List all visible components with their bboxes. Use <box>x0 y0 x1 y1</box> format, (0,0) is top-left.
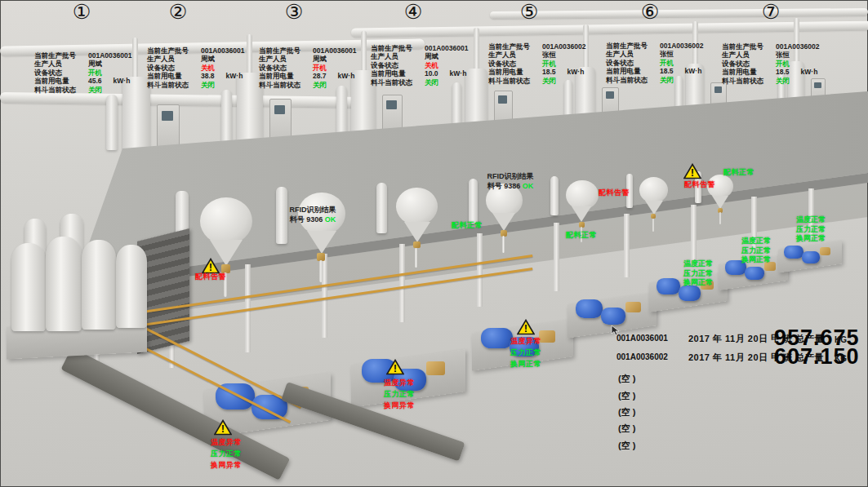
total-empty-slot: (空 ) <box>618 406 635 418</box>
station-2-power-unit: kW·h <box>226 72 243 80</box>
label-batch: 当前生产批号 <box>34 51 88 60</box>
batch-alarm-annotation: 配料告警 <box>195 271 226 282</box>
station-3-batch: 001A0036001 <box>313 46 356 55</box>
svg-text:!: ! <box>524 322 527 334</box>
hopper-sphere <box>566 180 599 210</box>
label-operator: 生产人员 <box>371 52 425 60</box>
station-5-panel[interactable]: 当前生产批号001A0036002 生产人员张恒 设备状态开机 当前用电量18.… <box>488 42 625 85</box>
rfid-result-annotation: RFID识别结果 料号 9306 OK <box>290 206 336 224</box>
station-3-device-status: 开机 <box>313 64 327 72</box>
feed-column <box>564 80 572 120</box>
gearbox <box>625 302 640 312</box>
blue-motor <box>576 299 603 317</box>
label-hopper-status: 料斗当前状态 <box>259 81 313 89</box>
station-4-panel[interactable]: 当前生产批号001A0036001 生产人员周斌 设备状态关机 当前用电量10.… <box>371 44 508 86</box>
side-silo <box>276 187 287 244</box>
gearbox <box>820 247 830 255</box>
station-2-hopper-status: 关闭 <box>201 81 215 89</box>
batch-alarm-annotation: 配料告警 <box>599 187 630 198</box>
ceiling-pipe <box>351 21 868 38</box>
discharge-pipe <box>319 260 323 282</box>
station-5-power: 18.5 <box>542 68 556 76</box>
label-hopper-status: 料斗当前状态 <box>34 86 88 94</box>
label-power: 当前用电量 <box>606 67 660 75</box>
total-row-2-unit: KG <box>835 354 847 363</box>
label-operator: 生产人员 <box>606 50 660 58</box>
station-7-hopper-status: 关闭 <box>776 77 790 85</box>
station-7-power-unit: kW·h <box>801 68 818 76</box>
svg-text:!: ! <box>691 166 694 179</box>
machine-status-annotation: 温度正常 压力正常 换网正常 <box>796 215 826 244</box>
mouse-cursor <box>611 325 621 336</box>
label-hopper-status: 料斗当前状态 <box>722 77 776 85</box>
station-3-operator: 周斌 <box>313 55 327 63</box>
station-4-hopper-status: 关闭 <box>425 78 438 86</box>
blue-motor <box>802 251 820 263</box>
station-1-power: 45.6 <box>88 77 102 85</box>
label-device-status: 设备状态 <box>259 64 313 72</box>
feed-column <box>452 82 461 126</box>
station-7-batch: 001A0036002 <box>776 42 819 51</box>
feed-column <box>106 95 118 150</box>
gearbox <box>426 361 445 375</box>
hmi-screen: ① ② ③ ④ ⑤ ⑥ ⑦ 当前生产批号001A0036001 生产人员周斌 设… <box>0 0 868 487</box>
station-5-operator: 张恒 <box>542 51 556 59</box>
station-4-number: ④ <box>404 0 422 24</box>
discharge-pipe <box>502 236 505 253</box>
warning-icon[interactable]: ! <box>683 163 701 179</box>
station-4-power: 10.0 <box>425 69 438 77</box>
hopper-sphere <box>639 177 668 203</box>
hopper-cone <box>492 213 515 231</box>
hopper-cone <box>645 201 663 215</box>
station-1-operator: 周斌 <box>88 60 102 68</box>
rfid-result-annotation: RFID识别结果 料号 9386 OK <box>487 172 534 191</box>
support-post <box>399 244 405 322</box>
station-1-device-status: 开机 <box>88 69 102 77</box>
blue-motor <box>481 328 512 349</box>
label-power: 当前用电量 <box>722 68 776 76</box>
duct-pipe <box>0 92 372 108</box>
station-2-operator: 周斌 <box>201 55 215 63</box>
station-5-device-status: 开机 <box>542 60 556 68</box>
discharge-pipe <box>652 219 654 232</box>
hopper-sphere <box>200 197 252 245</box>
warning-icon[interactable]: ! <box>386 359 404 375</box>
machine-status-annotation: 温度正常 压力正常 换网正常 <box>683 259 713 288</box>
station-4-power-unit: kW·h <box>450 69 467 77</box>
warning-icon[interactable]: ! <box>517 319 535 335</box>
label-hopper-status: 料斗当前状态 <box>147 81 201 89</box>
station-5-power-unit: kW·h <box>568 68 585 76</box>
station-5-number: ⑤ <box>520 0 538 24</box>
label-batch: 当前生产批号 <box>371 44 425 52</box>
support-post <box>691 205 697 264</box>
station-2-device-status: 关机 <box>201 64 215 72</box>
hopper-cone <box>572 206 591 222</box>
side-silo <box>550 176 559 215</box>
station-7-device-status: 开机 <box>776 60 790 68</box>
label-batch: 当前生产批号 <box>488 42 542 51</box>
storage-silo <box>11 243 46 331</box>
label-power: 当前用电量 <box>147 72 201 80</box>
label-device-status: 设备状态 <box>147 64 201 72</box>
machine-status-annotation: 温度异常 压力正常 换网异常 <box>211 436 242 471</box>
ceiling-pipe <box>490 8 868 19</box>
batch-ok-annotation: 配料正常 <box>723 166 754 178</box>
label-batch: 当前生产批号 <box>722 42 776 51</box>
station-1-power-unit: kW·h <box>114 77 131 85</box>
label-device-status: 设备状态 <box>606 59 660 67</box>
station-2-number: ② <box>169 0 187 24</box>
station-3-hopper-status: 关闭 <box>313 81 327 89</box>
hopper-cone <box>307 231 336 254</box>
support-post <box>477 233 483 307</box>
station-4-device-status: 关机 <box>425 61 438 69</box>
label-power: 当前用电量 <box>34 77 88 85</box>
discharge-pipe <box>719 212 721 224</box>
storage-silo <box>116 245 147 328</box>
discharge-pipe <box>415 248 417 268</box>
station-5-batch: 001A0036002 <box>542 42 585 51</box>
station-6-power-unit: kW·h <box>685 67 702 75</box>
label-power: 当前用电量 <box>259 72 313 80</box>
station-7-panel[interactable]: 当前生产批号001A0036002 生产人员张恒 设备状态开机 当前用电量18.… <box>722 42 859 85</box>
warning-icon[interactable]: ! <box>214 419 232 436</box>
label-operator: 生产人员 <box>34 60 88 68</box>
